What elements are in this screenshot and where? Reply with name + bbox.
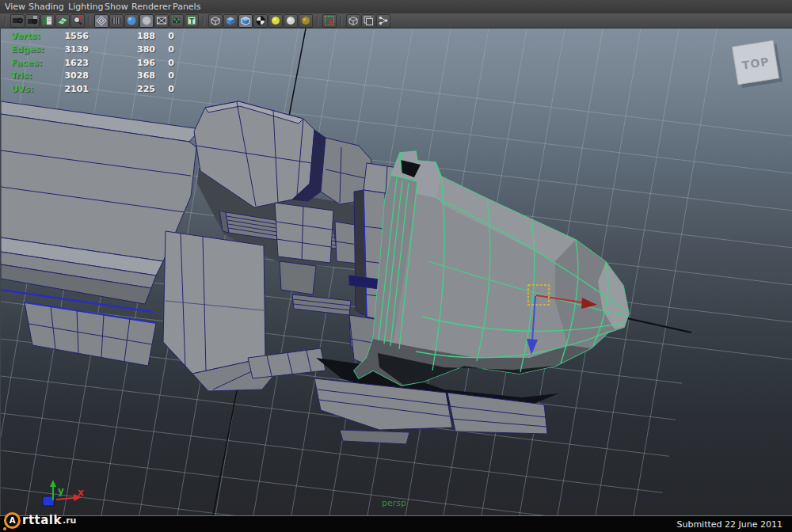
layout-views-button[interactable]: [361, 14, 375, 28]
snap-magnifier-icon: [71, 14, 84, 27]
wire-on-shaded-button[interactable]: [238, 14, 253, 28]
dolly-camera-button[interactable]: [10, 14, 25, 28]
wireframe-mode-icon: [95, 14, 108, 27]
status-footer: Submitted 22 June 2011: [0, 515, 792, 532]
share-view-button[interactable]: [376, 14, 390, 28]
stats-row-uvs: UVs:21012250: [0, 84, 206, 97]
grid-plane-button[interactable]: [55, 14, 70, 28]
default-material-button[interactable]: [253, 14, 268, 28]
viewport-3d[interactable]: TOP persp y x: [0, 28, 792, 515]
maya-viewport-window: View Shading Lighting Show Renderer Pane…: [0, 0, 792, 532]
shaded-cube-button[interactable]: [223, 14, 238, 28]
wireframe-cube-button[interactable]: [208, 14, 223, 28]
stats-row-verts: Verts:15561880: [0, 31, 206, 44]
scene-canvas: TOP persp y x: [1, 28, 792, 515]
panel-menubar: View Shading Lighting Show Renderer Pane…: [0, 0, 792, 14]
texture-channel-icon: T: [185, 14, 198, 27]
gold-light-icon: [299, 14, 312, 27]
toolbar-separator: [339, 15, 345, 27]
grid-plane-icon: [56, 14, 69, 27]
wireframe-cube-icon: [209, 14, 222, 27]
arttalk-watermark: Arttalk.ru: [4, 511, 76, 530]
track-camera-icon: [26, 14, 39, 27]
poly-count-hud: Verts:15561880 Edges:31393800 Faces:1623…: [0, 31, 206, 97]
toolbar-separator: [315, 15, 321, 27]
default-light-button[interactable]: [284, 14, 298, 28]
wire-on-shaded-icon: [239, 14, 252, 27]
smooth-shaded-icon: [125, 14, 138, 27]
menu-view[interactable]: View: [5, 2, 25, 12]
isolate-select-icon: [323, 14, 336, 27]
gold-light-button[interactable]: [299, 14, 313, 28]
toolbar-grip: [3, 15, 9, 27]
shaded-cube-icon: [224, 14, 237, 27]
flat-shaded-button[interactable]: [139, 14, 154, 28]
single-view-button[interactable]: [346, 14, 360, 28]
single-view-cube-icon: [347, 14, 360, 27]
share-view-icon: [377, 14, 390, 27]
submitted-date: Submitted 22 June 2011: [676, 519, 782, 530]
vertex-points-button[interactable]: [109, 14, 124, 28]
texture-channel-button[interactable]: T: [185, 14, 199, 28]
x-axis-label: x: [78, 487, 84, 498]
stats-row-faces: Faces:16231960: [0, 58, 206, 71]
svg-text:T: T: [189, 17, 195, 25]
default-light-icon: [284, 14, 297, 27]
toolbar-separator: [87, 15, 93, 27]
flat-shaded-icon: [140, 14, 153, 27]
isolate-select-button[interactable]: [322, 14, 337, 28]
menu-panels[interactable]: Panels: [173, 2, 200, 12]
stats-row-tris: Tris:30283680: [0, 70, 206, 84]
layout-views-icon: [362, 14, 375, 27]
menu-lighting[interactable]: Lighting: [68, 2, 103, 12]
z-axis-square: [43, 496, 54, 506]
view-axis-gizmo: y x: [43, 480, 84, 506]
yellow-light-button[interactable]: [268, 14, 283, 28]
checker-sphere-icon: [254, 14, 267, 27]
stats-row-edges: Edges:31393800: [0, 44, 206, 58]
logo-a-badge: A: [4, 512, 21, 529]
vertex-points-icon: [110, 14, 123, 27]
panel-toolbar: T: [0, 13, 792, 28]
textured-mode-button[interactable]: [169, 14, 184, 28]
dolly-camera-icon: [11, 14, 24, 27]
textured-mode-icon: [170, 14, 183, 27]
yellow-light-icon: [269, 14, 282, 27]
top-view-sign: TOP: [733, 40, 783, 89]
image-plane-book-icon: [41, 14, 54, 27]
toolbar-separator: [201, 15, 207, 27]
y-axis-label: y: [58, 485, 64, 496]
camera-name-label: persp: [382, 498, 406, 508]
menu-shading[interactable]: Shading: [29, 2, 64, 12]
menu-renderer[interactable]: Renderer: [131, 2, 171, 12]
track-camera-button[interactable]: [25, 14, 40, 28]
snap-magnifier-button[interactable]: [70, 14, 85, 28]
image-plane-button[interactable]: [40, 14, 55, 28]
xray-mode-button[interactable]: [154, 14, 169, 28]
xray-mode-icon: [155, 14, 168, 27]
smooth-shaded-button[interactable]: [124, 14, 139, 28]
y-axis-arrow: [50, 480, 56, 487]
menu-show[interactable]: Show: [105, 2, 128, 12]
wireframe-mode-button[interactable]: [94, 14, 109, 28]
